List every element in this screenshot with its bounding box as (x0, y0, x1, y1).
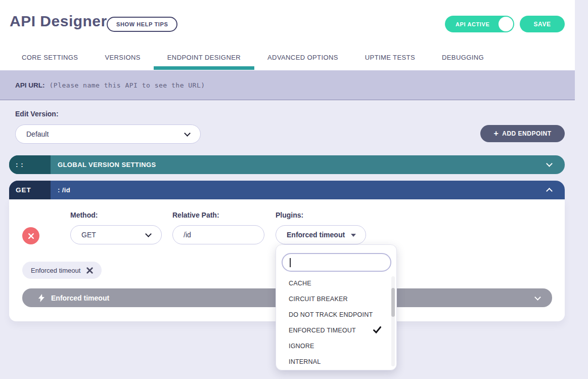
chevron-down-icon (184, 130, 191, 137)
chevron-down-icon (145, 231, 152, 237)
selected-plugin-chip: Enforced timeout (22, 262, 102, 279)
endpoint-path-label: : /id (51, 186, 70, 194)
tab-bar: CORE SETTINGS VERSIONS ENDPOINT DESIGNER… (22, 54, 484, 61)
toggle-knob[interactable] (499, 17, 513, 31)
lightning-icon (38, 294, 44, 302)
show-help-tips-label: SHOW HELP TIPS (116, 21, 168, 27)
method-badge: GET (9, 181, 51, 199)
chevron-up-icon[interactable] (546, 188, 553, 194)
check-icon (373, 326, 381, 333)
api-url-banner: API URL: (Please name this API to see th… (0, 70, 575, 100)
plugin-search-box[interactable] (282, 253, 391, 272)
add-endpoint-button[interactable]: + ADD ENDPOINT (480, 125, 565, 142)
api-url-label: API URL: (15, 81, 45, 89)
text-cursor (290, 258, 291, 267)
edit-version-select[interactable]: Default (15, 124, 201, 144)
close-icon (28, 233, 34, 239)
caret-down-icon (351, 234, 356, 237)
relative-path-value: /id (184, 231, 191, 239)
relative-path-label: Relative Path: (172, 211, 219, 219)
plugin-option-enforced-timeout[interactable]: ENFORCED TIMEOUT (276, 322, 391, 338)
save-button-label: SAVE (533, 21, 551, 28)
method-value: GET (81, 231, 96, 239)
selected-plugin-chip-label: Enforced timeout (31, 267, 80, 274)
save-button[interactable]: SAVE (520, 16, 565, 32)
plus-icon: + (493, 130, 499, 138)
show-help-tips-button[interactable]: SHOW HELP TIPS (107, 17, 177, 32)
plugin-search-input[interactable] (283, 254, 390, 271)
api-active-label: API ACTIVE (456, 21, 489, 27)
plugins-select[interactable]: Enforced timeout (276, 225, 366, 244)
tab-versions[interactable]: VERSIONS (105, 54, 140, 61)
scrollbar-thumb[interactable] (391, 288, 395, 317)
tab-uptime-tests[interactable]: UPTIME TESTS (365, 54, 415, 61)
plugins-label: Plugins: (276, 211, 303, 219)
drag-handle-icon[interactable]: : : (9, 155, 51, 174)
enforced-timeout-section-label: Enforced timeout (51, 294, 109, 302)
plugin-option-internal[interactable]: INTERNAL (276, 354, 391, 369)
global-version-settings-bar[interactable]: : : GLOBAL VERSION SETTINGS (9, 155, 565, 174)
global-version-settings-label: GLOBAL VERSION SETTINGS (51, 161, 156, 169)
tab-debugging[interactable]: DEBUGGING (442, 54, 484, 61)
api-active-toggle[interactable]: API ACTIVE (445, 16, 514, 32)
api-url-hint: (Please name this API to see the URL) (50, 81, 205, 89)
api-designer-page: API Designer SHOW HELP TIPS API ACTIVE S… (0, 0, 588, 379)
page-title: API Designer (10, 13, 107, 30)
plugin-option-do-not-track[interactable]: DO NOT TRACK ENDPOINT (276, 307, 391, 322)
endpoint-header-bar[interactable]: GET : /id (9, 181, 565, 199)
edit-version-value: Default (26, 130, 49, 138)
method-label: Method: (70, 211, 98, 219)
plugin-option-cache[interactable]: CACHE (276, 275, 391, 291)
plugins-value: Enforced timeout (287, 231, 345, 239)
chevron-down-icon[interactable] (546, 160, 553, 167)
scrollbar-track[interactable] (391, 276, 395, 366)
relative-path-input[interactable]: /id (172, 225, 264, 244)
remove-plugin-icon[interactable] (86, 267, 93, 274)
tab-core-settings[interactable]: CORE SETTINGS (22, 54, 78, 61)
chevron-down-icon[interactable] (534, 294, 541, 301)
method-select[interactable]: GET (70, 225, 162, 244)
header: API Designer SHOW HELP TIPS API ACTIVE S… (0, 0, 575, 70)
delete-endpoint-button[interactable] (22, 227, 39, 244)
add-endpoint-label: ADD ENDPOINT (502, 130, 551, 137)
plugin-options-list: CACHE CIRCUIT BREAKER DO NOT TRACK ENDPO… (276, 275, 391, 369)
edit-version-label: Edit Version: (15, 110, 59, 118)
tab-advanced-options[interactable]: ADVANCED OPTIONS (267, 54, 338, 61)
plugin-option-ignore[interactable]: IGNORE (276, 338, 391, 354)
plugins-dropdown: CACHE CIRCUIT BREAKER DO NOT TRACK ENDPO… (276, 244, 397, 370)
tab-endpoint-designer[interactable]: ENDPOINT DESIGNER (167, 54, 241, 61)
plugin-option-circuit-breaker[interactable]: CIRCUIT BREAKER (276, 291, 391, 307)
